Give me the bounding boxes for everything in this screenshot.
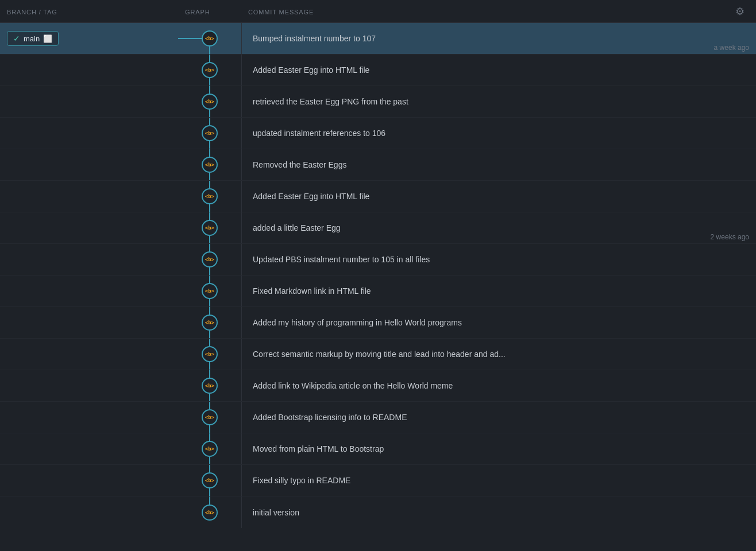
node-label: <b> [205,320,214,325]
branch-section-empty [0,181,178,212]
commit-message: Bumped instalment number to 107 [253,34,376,43]
node-label: <b> [205,99,214,104]
node-circle: <b> [202,220,218,236]
commit-message-section: Bumped instalment number to 107 a week a… [241,23,756,54]
node-circle: <b> [202,62,218,78]
commit-message-section: Added Bootstrap licensing info to README [241,402,756,433]
timestamp-label: 2 weeks ago [711,233,749,241]
node-circle: <b> [202,283,218,299]
table-row[interactable]: <b> Added Easter Egg into HTML file [0,181,756,212]
table-row[interactable]: <b> Added my history of programming in H… [0,307,756,339]
branch-section-empty [0,307,178,338]
table-row[interactable]: <b> Added Easter Egg into HTML file [0,55,756,86]
commit-message-section: Updated PBS instalment number to 105 in … [241,244,756,275]
branch-section-empty [0,370,178,401]
commit-message-section: initial version [241,496,756,528]
node-circle: <b> [202,505,218,521]
commit-message: Fixed silly typo in README [253,476,350,485]
table-row[interactable]: <b> Updated PBS instalment number to 105… [0,244,756,276]
node-circle: <b> [202,251,218,267]
node-label: <b> [205,351,214,357]
node-label: <b> [205,414,214,420]
table-row[interactable]: <b> Added link to Wikipedia article on t… [0,370,756,402]
node-label: <b> [205,130,214,136]
node-circle: <b> [202,441,218,457]
settings-button[interactable]: ⚙ [731,3,749,20]
monitor-icon: ⬜ [43,34,52,43]
branch-name: main [24,34,40,43]
commit-message: Updated PBS instalment number to 105 in … [253,255,430,264]
branch-badge[interactable]: ✓ main ⬜ [7,31,59,46]
commit-message: Correct semantic markup by moving title … [253,350,506,359]
node-circle: <b> [202,315,218,331]
branch-section-empty [0,433,178,464]
graph-cell: <b> [178,465,241,496]
node-label: <b> [205,510,214,515]
node-circle: <b> [202,188,218,204]
graph-cell: <b> [178,55,241,86]
node-circle: <b> [202,125,218,141]
table-row[interactable]: <b> Fixed silly typo in README [0,465,756,496]
branch-section-empty [0,118,178,149]
branch-section-empty [0,212,178,243]
node-label: <b> [205,288,214,294]
table-row[interactable]: ✓ main ⬜ <b> Bumped instalment number to… [0,23,756,55]
node-label: <b> [205,383,214,389]
commit-message-section: Removed the Easter Eggs [241,149,756,180]
node-label: <b> [205,67,214,73]
graph-cell: <b> [178,86,241,117]
graph-cell: <b> [178,496,241,528]
node-circle: <b> [202,472,218,488]
commit-message-section: updated instalment references to 106 [241,118,756,149]
commit-message-section: Added my history of programming in Hello… [241,307,756,338]
commit-message: added a little Easter Egg [253,223,341,232]
table-row[interactable]: <b> Removed the Easter Eggs [0,149,756,181]
node-label: <b> [205,193,214,199]
commit-message-section: Added Easter Egg into HTML file [241,55,756,86]
commit-message: Removed the Easter Eggs [253,160,346,169]
node-label: <b> [205,162,214,168]
commit-message: Added link to Wikipedia article on the H… [253,381,453,390]
commit-message-section: Moved from plain HTML to Bootstrap [241,433,756,464]
commit-message-section: added a little Easter Egg 2 weeks ago [241,212,756,243]
branch-section-empty [0,402,178,433]
graph-header: GRAPH [185,7,248,16]
graph-cell: <b> [178,118,241,149]
table-row[interactable]: <b> Added Bootstrap licensing info to RE… [0,402,756,433]
branch-section-empty [0,149,178,180]
graph-cell: <b> [178,433,241,464]
commit-message-section: Fixed Markdown link in HTML file [241,276,756,306]
timestamp-label: a week ago [714,44,749,52]
commit-message-section: Fixed silly typo in README [241,465,756,496]
node-circle: <b> [202,30,218,46]
node-circle: <b> [202,378,218,394]
table-row[interactable]: <b> Correct semantic markup by moving ti… [0,339,756,370]
commit-message-header: COMMIT MESSAGE [248,7,731,16]
commit-message: Added Easter Egg into HTML file [253,65,369,75]
node-circle: <b> [202,346,218,362]
graph-cell: <b> [178,370,241,401]
graph-cell: <b> [178,181,241,212]
node-circle: <b> [202,94,218,110]
table-row[interactable]: <b> retrieved the Easter Egg PNG from th… [0,86,756,118]
graph-cell: <b> [178,244,241,275]
branch-section-empty [0,465,178,496]
branch-section-empty [0,339,178,370]
node-circle: <b> [202,409,218,425]
table-row[interactable]: <b> initial version [0,496,756,528]
commit-message-section: Added link to Wikipedia article on the H… [241,370,756,401]
table-row[interactable]: <b> updated instalment references to 106 [0,118,756,149]
branch-tag-header: BRANCH / TAG [7,7,185,16]
branch-section-empty [0,55,178,86]
branch-section-empty [0,496,178,528]
commit-message-section: retrieved the Easter Egg PNG from the pa… [241,86,756,117]
node-label: <b> [205,446,214,452]
commit-message: Moved from plain HTML to Bootstrap [253,444,384,453]
table-row[interactable]: <b> Moved from plain HTML to Bootstrap [0,433,756,465]
table-row[interactable]: <b> added a little Easter Egg 2 weeks ag… [0,212,756,244]
commit-message: retrieved the Easter Egg PNG from the pa… [253,97,408,106]
table-row[interactable]: <b> Fixed Markdown link in HTML file [0,276,756,307]
commit-message: initial version [253,508,299,517]
branch-section-empty [0,86,178,117]
branch-section-empty [0,244,178,275]
